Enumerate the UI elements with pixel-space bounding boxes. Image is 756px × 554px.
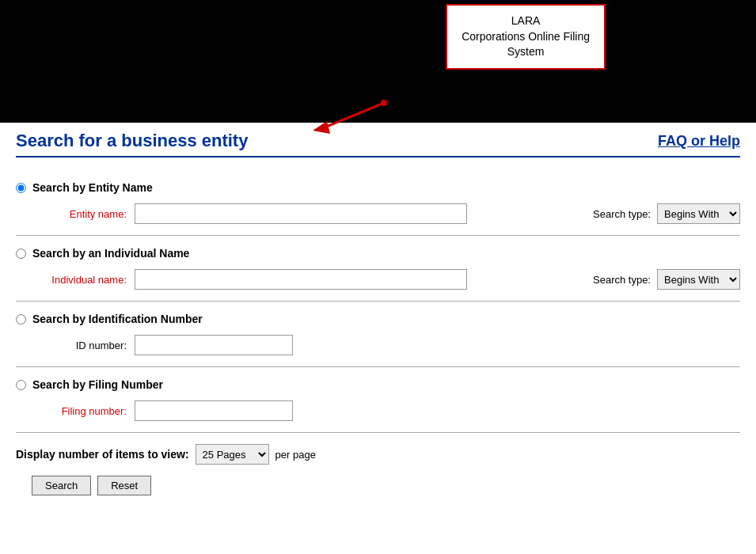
search-section-entity-name: Search by Entity Name Entity name: Searc… bbox=[16, 170, 740, 236]
buttons-row: Search Reset bbox=[16, 476, 740, 495]
individual-search-type-group: Search type: Begins With Contains Exact bbox=[593, 269, 740, 290]
search-section-individual-name: Search by an Individual Name Individual … bbox=[16, 236, 740, 302]
search-section-id-number: Search by Identification Number ID numbe… bbox=[16, 302, 740, 367]
id-number-input[interactable] bbox=[135, 335, 293, 355]
entity-search-type-label: Search type: bbox=[593, 208, 651, 220]
entity-name-radio-row: Search by Entity Name bbox=[16, 181, 740, 194]
individual-search-type-label: Search type: bbox=[593, 274, 651, 286]
individual-search-type-select[interactable]: Begins With Contains Exact bbox=[657, 269, 740, 290]
individual-name-section-label[interactable]: Search by an Individual Name bbox=[32, 247, 189, 260]
callout-line1: LARA bbox=[511, 14, 541, 27]
individual-name-radio-row: Search by an Individual Name bbox=[16, 247, 740, 260]
entity-search-type-select[interactable]: Begins With Contains Exact bbox=[657, 203, 740, 224]
callout-line2: Corporations Online Filing bbox=[462, 30, 590, 43]
page-title: Search for a business entity bbox=[16, 131, 248, 151]
display-label: Display number of items to view: bbox=[16, 448, 189, 461]
display-count-select[interactable]: 25 Pages 50 Pages 100 Pages bbox=[196, 444, 269, 465]
per-page-label: per page bbox=[275, 449, 316, 461]
id-number-radio-row: Search by Identification Number bbox=[16, 313, 740, 325]
filing-number-section-label[interactable]: Search by Filing Number bbox=[32, 378, 163, 391]
svg-point-2 bbox=[381, 100, 387, 106]
svg-line-0 bbox=[321, 103, 384, 129]
filing-number-radio[interactable] bbox=[16, 380, 26, 390]
display-row: Display number of items to view: 25 Page… bbox=[16, 433, 740, 465]
id-number-radio[interactable] bbox=[16, 314, 26, 324]
callout-box: LARA Corporations Online Filing System bbox=[446, 4, 606, 70]
reset-button[interactable]: Reset bbox=[97, 476, 151, 495]
entity-search-type-group: Search type: Begins With Contains Exact bbox=[593, 203, 740, 224]
individual-name-label: Individual name: bbox=[32, 274, 127, 286]
search-section-filing-number: Search by Filing Number Filing number: bbox=[16, 367, 740, 433]
entity-name-radio[interactable] bbox=[16, 183, 26, 193]
entity-name-field-row: Entity name: Search type: Begins With Co… bbox=[16, 203, 740, 224]
individual-name-input[interactable] bbox=[135, 269, 467, 290]
id-number-label: ID number: bbox=[32, 340, 127, 351]
callout-line3: System bbox=[507, 45, 545, 58]
filing-number-input[interactable] bbox=[135, 400, 293, 421]
filing-number-field-row: Filing number: bbox=[16, 400, 740, 421]
id-number-section-label[interactable]: Search by Identification Number bbox=[32, 313, 203, 325]
individual-name-field-row: Individual name: Search type: Begins Wit… bbox=[16, 269, 740, 290]
top-bar: LARA Corporations Online Filing System bbox=[0, 0, 756, 123]
search-button[interactable]: Search bbox=[32, 476, 91, 495]
entity-name-input[interactable] bbox=[135, 203, 467, 224]
filing-number-label: Filing number: bbox=[32, 405, 127, 417]
entity-name-label: Entity name: bbox=[32, 208, 127, 220]
filing-number-radio-row: Search by Filing Number bbox=[16, 378, 740, 391]
svg-marker-1 bbox=[313, 121, 330, 134]
id-number-field-row: ID number: bbox=[16, 335, 740, 355]
entity-name-section-label[interactable]: Search by Entity Name bbox=[32, 181, 153, 194]
faq-link[interactable]: FAQ or Help bbox=[658, 133, 740, 150]
main-content: Search for a business entity FAQ or Help… bbox=[0, 123, 756, 511]
individual-name-radio[interactable] bbox=[16, 249, 26, 259]
arrow-indicator bbox=[305, 99, 400, 137]
